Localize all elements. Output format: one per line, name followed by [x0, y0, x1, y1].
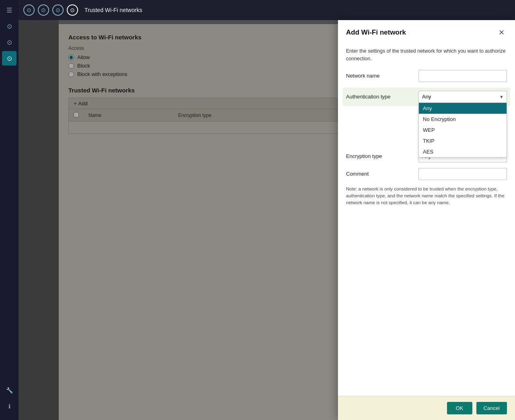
dialog-body: Enter the settings of the trusted networ… — [338, 43, 515, 396]
sidebar-bottom-icon-1[interactable]: 🔧 — [2, 383, 16, 397]
comment-row: Comment — [346, 168, 507, 180]
dialog-header: Add Wi-Fi network ✕ — [338, 20, 515, 43]
auth-type-label: Authentication type — [346, 94, 418, 100]
auth-type-select-wrap: Any No Encryption WEP TKIP AES ▼ Any No … — [418, 91, 507, 103]
main-content: Access to Wi-Fi networks Access Allow Bl… — [19, 20, 515, 420]
network-name-input[interactable] — [418, 70, 507, 82]
sidebar-bottom-icon-2[interactable]: ℹ — [2, 399, 16, 414]
sidebar-icon-2[interactable]: ⊙ — [2, 35, 16, 49]
encryption-type-label: Encryption type — [346, 153, 418, 159]
dropdown-aes[interactable]: AES — [419, 146, 507, 157]
dialog-footer: OK Cancel — [338, 396, 515, 420]
form-note: Note: a network is only considered to be… — [346, 186, 507, 207]
network-name-label: Network name — [346, 73, 418, 79]
main-sidebar: ☰ ⊙ ⊙ ⊙ 🔧 ℹ — [0, 0, 19, 420]
comment-input[interactable] — [418, 168, 507, 180]
page-title: Trusted Wi-Fi networks — [84, 7, 142, 13]
dropdown-no-encryption[interactable]: No Encryption — [419, 114, 507, 125]
dialog-subtitle: Enter the settings of the trusted networ… — [346, 47, 507, 63]
dialog-title: Add Wi-Fi network — [346, 29, 406, 37]
topbar: ⊙ ⊙ ⊙ ⊙ Trusted Wi-Fi networks — [19, 0, 515, 20]
dropdown-wep[interactable]: WEP — [419, 125, 507, 135]
ok-button[interactable]: OK — [447, 402, 472, 414]
sidebar-icon-3[interactable]: ⊙ — [2, 51, 16, 66]
dropdown-any[interactable]: Any — [419, 103, 507, 114]
hamburger-menu[interactable]: ☰ — [3, 3, 15, 17]
topbar-circle-icon-1: ⊙ — [23, 4, 35, 16]
sidebar-icon-1[interactable]: ⊙ — [2, 19, 16, 33]
auth-type-row: Authentication type Any No Encryption WE… — [343, 88, 510, 106]
dropdown-tkip[interactable]: TKIP — [419, 135, 507, 146]
comment-label: Comment — [346, 171, 418, 177]
topbar-circle-icon-2: ⊙ — [38, 4, 49, 16]
network-name-row: Network name — [346, 70, 507, 82]
auth-type-dropdown[interactable]: Any No Encryption WEP TKIP AES — [418, 103, 507, 158]
topbar-circle-icon-3: ⊙ — [52, 4, 64, 16]
cancel-button[interactable]: Cancel — [476, 402, 507, 414]
dialog-close-button[interactable]: ✕ — [496, 27, 507, 38]
topbar-circle-icon-4: ⊙ — [67, 4, 78, 16]
auth-type-select[interactable]: Any No Encryption WEP TKIP AES — [418, 91, 507, 103]
add-wifi-dialog: Add Wi-Fi network ✕ Enter the settings o… — [338, 20, 515, 420]
